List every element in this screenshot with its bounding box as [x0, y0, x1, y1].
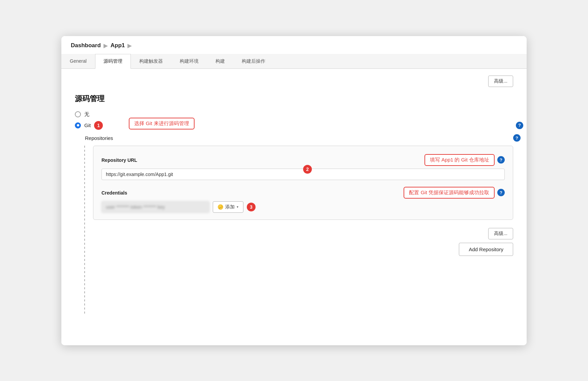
tab-build-trigger[interactable]: 构建触发器 — [131, 54, 171, 69]
credentials-input-row: 🔑 添加 ▾ 3 — [101, 201, 505, 213]
tab-general[interactable]: General — [61, 54, 95, 69]
advanced-top-area: 高级... — [75, 76, 513, 87]
dashed-container: Repository URL 填写 App1 的 Git 仓库地址 ? — [75, 146, 513, 314]
dashed-line — [84, 146, 85, 314]
repo-url-section: Repository URL 填写 App1 的 Git 仓库地址 ? — [101, 154, 505, 180]
advanced-bottom-button[interactable]: 高级... — [488, 228, 513, 239]
scm-option-git[interactable]: Git — [75, 122, 91, 128]
repositories-label: Repositories — [85, 135, 113, 141]
annotation-tooltip-2: 填写 App1 的 Git 仓库地址 — [424, 154, 495, 166]
help-icon-credentials[interactable]: ? — [497, 189, 505, 196]
main-content: 高级... 源码管理 无 Git 1 选择 Git 来进行源码管理 — [61, 69, 527, 345]
help-icon-git[interactable]: ? — [516, 122, 523, 129]
section-title: 源码管理 — [75, 94, 513, 104]
main-window: Dashboard ▶ App1 ▶ General 源码管理 构建触发器 构建… — [61, 36, 527, 345]
tab-scm[interactable]: 源码管理 — [95, 54, 131, 69]
bottom-buttons: 高级... Add Repository — [93, 228, 513, 256]
tab-build-env[interactable]: 构建环境 — [171, 54, 207, 69]
step-badge-1: 1 — [94, 121, 103, 130]
help-icon-repo-url[interactable]: ? — [497, 156, 505, 164]
repo-card: Repository URL 填写 App1 的 Git 仓库地址 ? — [93, 146, 513, 220]
add-button-label: 添加 — [225, 204, 235, 210]
credentials-section: Credentials 配置 Git 凭据保证源码能够成功拉取 ? — [101, 187, 505, 213]
step-badge-2: 2 — [303, 165, 312, 174]
breadcrumb-dashboard[interactable]: Dashboard — [71, 42, 101, 49]
repo-url-annotation-row: 填写 App1 的 Git 仓库地址 ? — [424, 154, 505, 166]
repo-url-label: Repository URL — [101, 157, 145, 163]
tab-post-build[interactable]: 构建后操作 — [233, 54, 274, 69]
add-credentials-button[interactable]: 🔑 添加 ▾ — [213, 201, 243, 213]
tabs-bar: General 源码管理 构建触发器 构建环境 构建 构建后操作 — [61, 54, 527, 69]
scm-options: 无 Git 1 选择 Git 来进行源码管理 ? — [75, 111, 513, 130]
help-icon-repos[interactable]: ? — [513, 134, 521, 142]
breadcrumb-app1[interactable]: App1 — [111, 42, 125, 49]
scm-label-git: Git — [84, 122, 91, 128]
breadcrumb-sep-1: ▶ — [104, 42, 108, 49]
step-badge-3: 3 — [247, 203, 256, 211]
scm-label-none: 无 — [84, 111, 89, 118]
repo-content: Repository URL 填写 App1 的 Git 仓库地址 ? — [93, 146, 513, 314]
breadcrumb: Dashboard ▶ App1 ▶ — [61, 36, 527, 54]
help-circle-git[interactable]: ? — [516, 122, 523, 129]
scm-option-none[interactable]: 无 — [75, 111, 513, 118]
add-icon: 🔑 — [218, 204, 223, 210]
radio-none[interactable] — [75, 111, 81, 117]
add-repository-button[interactable]: Add Repository — [459, 243, 513, 256]
radio-git[interactable] — [75, 122, 81, 128]
credentials-input[interactable] — [101, 201, 209, 213]
repositories-row: Repositories ? — [75, 135, 513, 141]
tab-build[interactable]: 构建 — [207, 54, 233, 69]
help-circle-repos[interactable]: ? — [513, 134, 521, 142]
annotation-tooltip-3: 配置 Git 凭据保证源码能够成功拉取 — [404, 187, 495, 199]
repo-url-input-row: 2 — [101, 169, 505, 180]
credentials-annotation-row: 配置 Git 凭据保证源码能够成功拉取 ? — [404, 187, 505, 199]
annotation-tooltip-1: 选择 Git 来进行源码管理 — [129, 118, 195, 129]
advanced-top-button[interactable]: 高级... — [488, 76, 513, 87]
credentials-label: Credentials — [101, 189, 145, 196]
dropdown-arrow: ▾ — [237, 205, 238, 209]
breadcrumb-sep-2: ▶ — [127, 42, 132, 49]
